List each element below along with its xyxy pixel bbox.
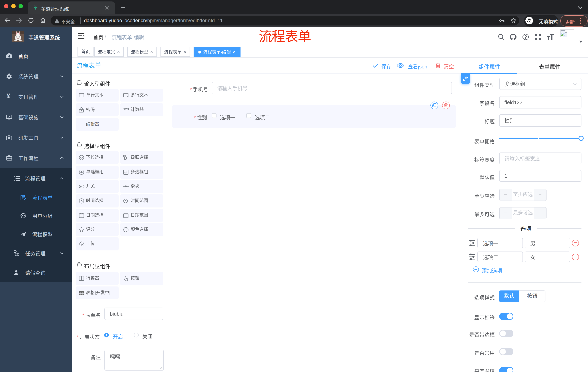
svg-text:123: 123	[123, 107, 129, 111]
